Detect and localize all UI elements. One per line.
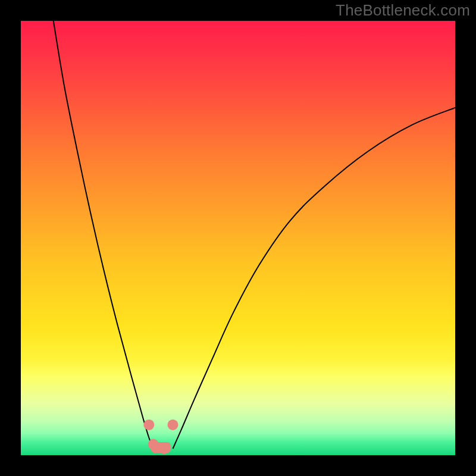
marker-dot-0 — [143, 419, 154, 430]
curve-left-branch — [54, 21, 154, 449]
watermark-text: TheBottleneck.com — [336, 1, 470, 20]
marker-dot-3 — [168, 419, 178, 430]
chart-container: TheBottleneck.com — [0, 0, 476, 476]
marker-dot-1 — [148, 439, 159, 450]
bottleneck-curve — [21, 21, 455, 455]
marker-dot-2 — [159, 443, 170, 454]
curve-right-branch — [173, 108, 456, 449]
plot-area — [21, 21, 455, 455]
